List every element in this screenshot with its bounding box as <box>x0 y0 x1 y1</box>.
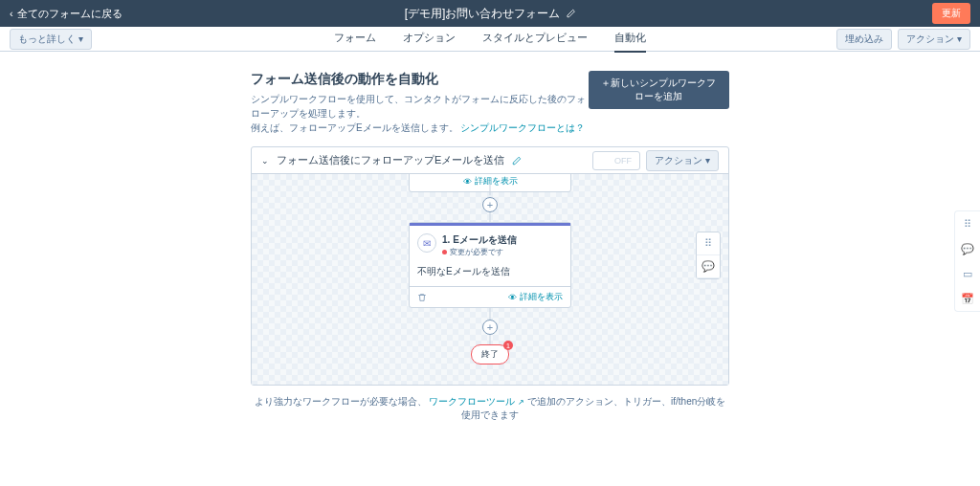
chat-icon[interactable]: 💬 <box>697 255 720 278</box>
eye-icon: 👁 <box>463 177 472 187</box>
add-workflow-button[interactable]: ＋新しいシンプルワークフローを追加 <box>589 71 730 109</box>
rail-grip-icon[interactable]: ⠿ <box>955 211 980 236</box>
section-title: フォーム送信後の動作を自動化 <box>251 71 589 88</box>
back-link[interactable]: ‹ 全てのフォームに戻る <box>10 7 122 21</box>
more-details-button[interactable]: もっと詳しく ▾ <box>10 29 92 50</box>
tab-form[interactable]: フォーム <box>334 25 376 53</box>
page-title: [デモ用]お問い合わせフォーム <box>405 6 561 22</box>
more-label: もっと詳しく <box>18 33 76 46</box>
panel-actions-button[interactable]: アクション ▾ <box>646 150 719 171</box>
section-desc: シンプルワークフローを使用して、コンタクトがフォームに反応した後のフォローアップ… <box>251 92 589 135</box>
add-step-button[interactable]: + <box>482 197 498 212</box>
tab-style-preview[interactable]: スタイルとプレビュー <box>482 25 588 53</box>
right-rail: ⠿ 💬 ▭ 📅 <box>954 210 980 312</box>
end-node[interactable]: 終了 1 <box>471 344 509 364</box>
back-label: 全てのフォームに戻る <box>17 7 122 21</box>
chevron-down-icon: ▾ <box>705 155 710 166</box>
toggle-off-label: OFF <box>609 154 637 167</box>
email-icon: ✉ <box>417 233 436 253</box>
rail-window-icon[interactable]: ▭ <box>955 261 980 286</box>
rail-calendar-icon[interactable]: 📅 <box>955 286 980 311</box>
chevron-left-icon: ‹ <box>10 8 13 19</box>
chevron-down-icon[interactable]: ⌄ <box>261 156 269 166</box>
rail-chat-icon[interactable]: 💬 <box>955 236 980 261</box>
external-link-icon: ↗ <box>518 398 524 407</box>
alert-badge: 1 <box>503 341 513 350</box>
tab-automation[interactable]: 自動化 <box>614 25 646 53</box>
whatis-link[interactable]: シンプルワークフローとは？ <box>460 122 585 133</box>
workflow-panel: ⌄ フォーム送信後にフォローアップEメールを送信 OFF アクション ▾ <box>251 146 729 386</box>
eye-icon: 👁 <box>508 293 517 302</box>
panel-title: フォーム送信後にフォローアップEメールを送信 <box>277 153 504 167</box>
warning-dot-icon <box>442 250 447 254</box>
chevron-down-icon: ▾ <box>78 33 83 44</box>
update-button[interactable]: 更新 <box>932 3 970 24</box>
details-link[interactable]: 詳細を表示 <box>520 291 563 303</box>
workflow-tool-link[interactable]: ワークフローツール ↗ <box>429 396 527 407</box>
footer-note: より強力なワークフローが必要な場合、 ワークフローツール ↗ で追加のアクション… <box>251 395 729 422</box>
details-link: 詳細を表示 <box>475 175 518 188</box>
chevron-down-icon: ▾ <box>957 33 962 44</box>
pencil-icon[interactable] <box>566 9 575 18</box>
tab-options[interactable]: オプション <box>403 25 456 53</box>
tab-bar: フォーム オプション スタイルとプレビュー 自動化 <box>334 27 646 51</box>
workflow-canvas: 👁 詳細を表示 + ✉ 1. Eメールを送信 <box>252 174 728 385</box>
pencil-icon[interactable] <box>512 156 522 166</box>
grip-icon[interactable]: ⠿ <box>697 232 720 255</box>
step-title: 1. Eメールを送信 <box>442 233 517 247</box>
step-message: 不明なEメールを送信 <box>410 265 570 286</box>
embed-button[interactable]: 埋め込み <box>836 29 892 50</box>
toggle-switch[interactable]: OFF <box>592 151 640 170</box>
actions-button[interactable]: アクション ▾ <box>898 29 970 50</box>
actions-label: アクション <box>906 33 954 46</box>
canvas-tools: ⠿ 💬 <box>696 232 721 279</box>
step-warning: 変更が必要です <box>442 247 517 257</box>
trash-icon[interactable] <box>417 293 427 302</box>
email-step-card[interactable]: ✉ 1. Eメールを送信 変更が必要です 不明なEメール <box>409 222 571 308</box>
add-step-button[interactable]: + <box>482 320 498 335</box>
